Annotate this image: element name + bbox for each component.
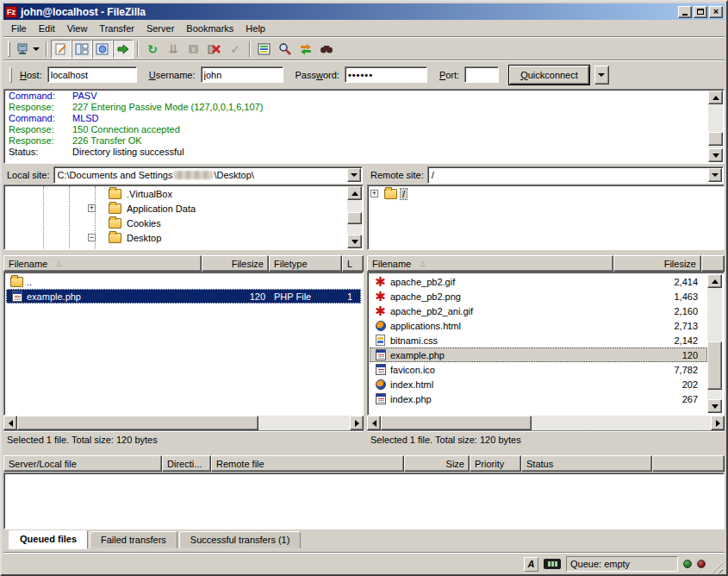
column-size[interactable]: Size — [404, 455, 470, 472]
close-button[interactable]: × — [709, 6, 723, 18]
remote-site-dropdown-button[interactable] — [708, 168, 722, 182]
username-input[interactable] — [201, 66, 283, 83]
scrollbar-thumb[interactable] — [708, 132, 723, 146]
column-status[interactable]: Status — [521, 455, 652, 472]
local-directory-tree[interactable]: .VirtualBox + Application Data Cookies −… — [5, 186, 347, 248]
tree-item-application-data[interactable]: + Application Data — [5, 201, 347, 216]
quickconnect-dropdown-button[interactable] — [594, 66, 609, 85]
tree-item-root[interactable]: + / — [369, 186, 708, 201]
tab-queued-files[interactable]: Queued files — [9, 530, 88, 549]
menu-file[interactable]: File — [5, 22, 33, 35]
scroll-down-button[interactable] — [347, 235, 362, 248]
toggle-remote-tree-button[interactable] — [92, 40, 113, 59]
scroll-up-button[interactable] — [708, 91, 723, 104]
file-row[interactable]: ✱apache_pb2_ani.gif 2,160 — [370, 304, 707, 318]
toggle-message-log-button[interactable] — [51, 40, 72, 59]
expand-plus-icon[interactable]: + — [88, 204, 96, 212]
column-direction[interactable]: Directi... — [162, 455, 211, 472]
file-row-parent-dir[interactable]: .. — [6, 274, 361, 289]
toggle-local-tree-button[interactable] — [72, 40, 92, 59]
app-icon[interactable]: Fz — [5, 6, 17, 18]
cancel-operation-button[interactable]: x — [184, 40, 204, 59]
menu-view[interactable]: View — [61, 22, 94, 35]
local-tree-scrollbar[interactable] — [347, 186, 362, 248]
collapse-minus-icon[interactable]: − — [88, 234, 96, 241]
tree-item-desktop[interactable]: − Desktop — [5, 230, 347, 245]
reconnect-button[interactable]: ✓ — [225, 40, 246, 59]
menu-transfer[interactable]: Transfer — [93, 22, 140, 35]
quickconnect-grip[interactable] — [9, 67, 12, 83]
file-row-selected[interactable]: example.php 120 — [370, 347, 707, 362]
file-row[interactable]: index.php 267 — [370, 391, 707, 406]
find-files-button[interactable] — [316, 40, 337, 59]
log-scrollbar[interactable] — [708, 91, 723, 162]
local-site-dropdown-button[interactable] — [347, 168, 361, 182]
scroll-up-button[interactable] — [707, 274, 722, 288]
disconnect-button[interactable] — [204, 40, 225, 59]
menu-help[interactable]: Help — [240, 22, 271, 35]
tree-item-virtualbox[interactable]: .VirtualBox — [5, 186, 347, 201]
file-row[interactable]: bitnami.css 2,142 — [370, 333, 707, 347]
scrollbar-thumb[interactable] — [17, 416, 258, 430]
column-filename[interactable]: Filename△ — [3, 255, 202, 272]
expand-plus-icon[interactable]: + — [370, 190, 378, 197]
scroll-right-button[interactable] — [711, 416, 725, 430]
remote-file-list[interactable]: ✱apache_pb2.gif 2,414 ✱apache_pb2.png 1,… — [367, 272, 725, 416]
scroll-up-button[interactable] — [347, 186, 362, 200]
local-list-hscrollbar[interactable] — [3, 416, 364, 430]
column-remote-file[interactable]: Remote file — [211, 455, 404, 472]
maximize-button[interactable] — [694, 6, 707, 18]
site-manager-dropdown-icon[interactable] — [33, 47, 40, 51]
remote-list-hscrollbar[interactable] — [367, 416, 725, 430]
toolbar-grip[interactable] — [8, 41, 10, 57]
scroll-right-button[interactable] — [350, 416, 364, 430]
synchronized-browsing-button[interactable] — [296, 40, 316, 59]
file-row[interactable]: applications.html 2,713 — [370, 318, 707, 333]
column-filesize[interactable]: Filesize — [202, 255, 269, 272]
password-input[interactable] — [345, 66, 427, 83]
scroll-left-button[interactable] — [367, 416, 381, 430]
port-input[interactable] — [464, 66, 499, 83]
menu-server[interactable]: Server — [140, 22, 180, 35]
scrollbar-thumb[interactable] — [347, 212, 362, 224]
quickconnect-button[interactable]: Quickconnect — [509, 66, 589, 85]
tab-failed-transfers[interactable]: Failed transfers — [90, 531, 177, 548]
minimize-button[interactable] — [678, 6, 692, 18]
file-row-example-php[interactable]: example.php 120 PHP File 1 — [6, 289, 361, 304]
scrollbar-thumb[interactable] — [707, 341, 722, 390]
local-file-list[interactable]: .. example.php 120 PHP File 1 — [3, 272, 364, 416]
column-last-modified[interactable]: L — [342, 255, 364, 272]
resize-grip[interactable] — [711, 561, 723, 573]
local-site-combobox[interactable]: C:\Documents and Settings\Desktop\ — [53, 166, 363, 184]
column-filename[interactable]: Filename△ — [367, 255, 613, 272]
menu-edit[interactable]: Edit — [33, 22, 61, 35]
column-filetype[interactable]: Filetype — [269, 255, 342, 272]
remote-site-combobox[interactable]: / — [427, 166, 724, 184]
file-row[interactable]: ✱apache_pb2.png 1,463 — [370, 289, 707, 304]
file-row[interactable]: index.html 202 — [370, 377, 707, 391]
menu-bookmarks[interactable]: Bookmarks — [180, 22, 240, 35]
file-row[interactable]: favicon.ico 7,782 — [370, 362, 707, 377]
remote-list-scrollbar[interactable] — [707, 274, 722, 413]
tree-item-cookies[interactable]: Cookies — [5, 216, 347, 230]
column-priority[interactable]: Priority — [470, 455, 521, 472]
scroll-down-button[interactable] — [707, 399, 722, 413]
transfer-queue-list[interactable] — [3, 473, 725, 529]
column-server-local-file[interactable]: Server/Local file — [3, 455, 162, 472]
title-bar[interactable]: Fz john@localhost - FileZilla × — [3, 3, 725, 20]
process-queue-button[interactable]: ⇊ — [163, 40, 184, 59]
toggle-transfer-queue-button[interactable] — [113, 40, 134, 59]
remote-directory-tree[interactable]: + / — [369, 186, 708, 248]
scroll-left-button[interactable] — [3, 416, 17, 430]
data-type-ascii-icon[interactable]: A — [524, 557, 538, 572]
host-input[interactable] — [47, 66, 137, 83]
site-manager-button[interactable] — [13, 40, 42, 59]
directory-filters-button[interactable] — [254, 40, 275, 59]
file-row[interactable]: ✱apache_pb2.gif 2,414 — [370, 274, 707, 289]
directory-comparison-button[interactable] — [275, 40, 296, 59]
speed-limit-icon[interactable] — [544, 559, 561, 569]
scroll-down-button[interactable] — [708, 148, 723, 162]
column-filesize[interactable]: Filesize — [613, 255, 701, 272]
message-log[interactable]: Command:PASV Response:227 Entering Passi… — [5, 91, 708, 162]
tab-successful-transfers[interactable]: Successful transfers (1) — [179, 531, 302, 548]
